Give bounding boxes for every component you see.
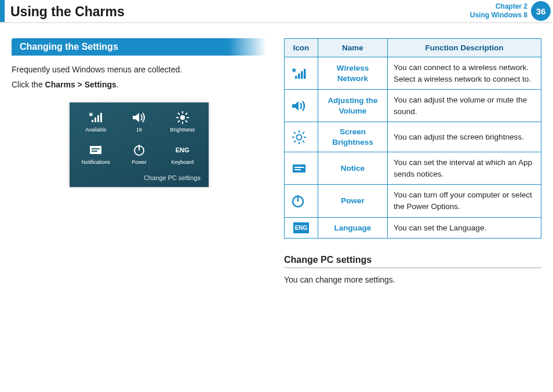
wireless-icon: ✱ — [88, 111, 103, 124]
svg-line-32 — [303, 141, 304, 142]
header-accent-bar — [0, 0, 5, 22]
row-language-name: Language — [318, 217, 388, 239]
svg-rect-17 — [92, 151, 97, 152]
svg-rect-4 — [100, 113, 102, 122]
chapter-line2: Using Windows 8 — [470, 11, 527, 20]
svg-line-34 — [294, 141, 296, 142]
svg-rect-22 — [298, 74, 300, 79]
row-volume-desc: You can adjust the volume or mute the so… — [388, 90, 541, 122]
left-column: Changing the Settings Frequently used Wi… — [12, 38, 267, 289]
intro-line2-pre: Click the — [12, 80, 45, 89]
svg-line-13 — [185, 113, 187, 115]
row-notice-name: Notice — [318, 152, 388, 185]
row-language-desc: You can set the Language. — [388, 217, 541, 239]
tile-brightness: Brightness — [161, 111, 204, 133]
svg-point-6 — [180, 115, 185, 120]
page-header: Using the Charms Chapter 2 Using Windows… — [0, 0, 553, 23]
th-desc: Function Description — [388, 39, 541, 57]
tile-keyboard: ENG Keyboard — [161, 143, 204, 165]
row-power-name: Power — [318, 185, 388, 217]
page-body: Changing the Settings Frequently used Wi… — [0, 27, 553, 289]
svg-rect-23 — [301, 71, 303, 79]
keyboard-icon: ENG — [176, 143, 190, 157]
svg-rect-2 — [94, 118, 96, 122]
table-row: Adjusting the Volume You can adjust the … — [285, 90, 541, 122]
row-brightness-icon — [285, 122, 318, 152]
volume-icon — [132, 111, 147, 124]
table-row: ENG Language You can set the Language. — [285, 217, 541, 239]
intro-line2: Click the Charms > Settings. — [12, 79, 267, 91]
chapter-label: Chapter 2 Using Windows 8 — [470, 2, 527, 20]
svg-rect-37 — [294, 169, 301, 170]
page-title: Using the Charms — [10, 0, 125, 22]
section-heading: Changing the Settings — [12, 38, 267, 56]
svg-rect-35 — [293, 164, 305, 173]
svg-point-26 — [297, 134, 302, 140]
change-pc-heading: Change PC settings — [284, 255, 541, 268]
row-brightness-name: Screen Brightness — [318, 122, 388, 152]
table-row: Power You can turn off your computer or … — [285, 185, 541, 217]
row-power-icon — [285, 185, 318, 217]
tile-power: Power — [118, 143, 161, 165]
settings-tiles: ✱ Available — [70, 111, 209, 171]
row-wireless-name: Wireless Network — [318, 57, 388, 90]
tile-notifications-label: Notifications — [82, 159, 110, 165]
tile-notifications: Notifications — [74, 143, 118, 165]
brightness-icon — [175, 111, 190, 124]
th-name: Name — [318, 39, 388, 57]
settings-panel: ✱ Available — [70, 102, 209, 187]
svg-marker-5 — [133, 113, 139, 122]
svg-rect-36 — [294, 167, 304, 168]
tile-power-label: Power — [132, 159, 147, 165]
row-volume-name: Adjusting the Volume — [318, 90, 388, 122]
change-pc-text: You can change more settings. — [284, 274, 541, 287]
tile-wireless-label: Available — [85, 127, 106, 133]
svg-rect-3 — [97, 115, 99, 122]
power-icon — [133, 143, 145, 157]
page-number-badge: 36 — [531, 1, 551, 21]
svg-rect-1 — [92, 120, 93, 122]
tile-brightness-label: Brightness — [170, 127, 195, 133]
row-language-icon: ENG — [285, 217, 318, 239]
th-icon: Icon — [285, 39, 318, 57]
header-right: Chapter 2 Using Windows 8 36 — [470, 0, 553, 22]
svg-line-11 — [178, 113, 180, 115]
svg-text:✱: ✱ — [292, 67, 296, 74]
svg-line-31 — [294, 132, 296, 134]
tile-volume: 16 — [118, 111, 161, 133]
svg-rect-16 — [92, 148, 100, 149]
tile-wireless: ✱ Available — [74, 111, 118, 133]
row-power-desc: You can turn off your computer or select… — [388, 185, 541, 217]
svg-line-14 — [178, 120, 180, 122]
table-row: Screen Brightness You can adjust the scr… — [285, 122, 541, 152]
svg-rect-21 — [295, 76, 297, 79]
row-notice-desc: You can set the interval at which an App… — [388, 152, 541, 185]
chapter-line1: Chapter 2 — [470, 2, 527, 11]
table-row: Notice You can set the interval at which… — [285, 152, 541, 185]
svg-line-12 — [185, 120, 187, 122]
svg-text:✱: ✱ — [89, 112, 93, 118]
tile-keyboard-label: Keyboard — [171, 159, 194, 165]
row-volume-icon — [285, 90, 318, 122]
tile-volume-label: 16 — [136, 127, 142, 133]
intro-line2-bold: Charms > Settings — [45, 80, 117, 89]
row-wireless-icon: ✱ — [285, 57, 318, 90]
change-pc-link: Change PC settings — [70, 171, 209, 187]
function-table: Icon Name Function Description ✱ — [284, 38, 541, 239]
notifications-icon — [89, 143, 103, 157]
header-left: Using the Charms — [0, 0, 125, 22]
row-notice-icon — [285, 152, 318, 185]
intro-line2-post: . — [117, 80, 119, 89]
intro-line1: Frequently used Windows menus are collec… — [12, 64, 267, 76]
svg-rect-15 — [90, 146, 101, 154]
language-badge-icon: ENG — [293, 222, 310, 233]
table-row: ✱ Wireless Network You can connect to a … — [285, 57, 541, 90]
svg-rect-24 — [304, 69, 306, 79]
svg-line-33 — [303, 132, 304, 134]
svg-marker-25 — [292, 101, 299, 111]
right-column: Icon Name Function Description ✱ — [284, 38, 541, 289]
row-brightness-desc: You can adjust the screen brightness. — [388, 122, 541, 152]
row-wireless-desc: You can connect to a wireless network. S… — [388, 57, 541, 90]
